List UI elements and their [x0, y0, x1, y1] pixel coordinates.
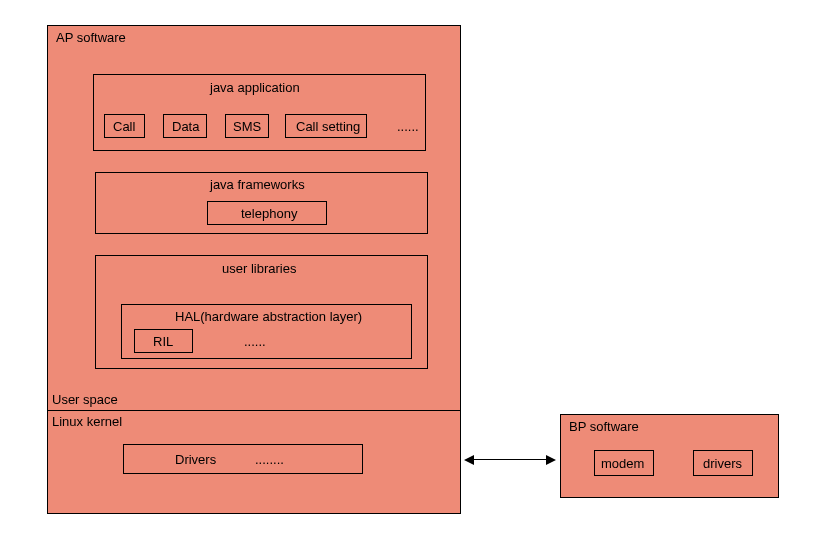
arrow-head-right — [546, 455, 556, 465]
user-space-label: User space — [52, 392, 118, 407]
ap-software-label: AP software — [56, 30, 126, 45]
hal-more: ...... — [244, 334, 266, 349]
linux-kernel-label: Linux kernel — [52, 414, 122, 429]
java-app-item-label: Call setting — [296, 119, 360, 134]
telephony-label: telephony — [241, 206, 297, 221]
arrow-line — [473, 459, 547, 460]
ril-label: RIL — [153, 334, 173, 349]
bp-software-title: BP software — [569, 419, 639, 434]
drivers-label: Drivers — [175, 452, 216, 467]
hal-title: HAL(hardware abstraction layer) — [175, 309, 362, 324]
kernel-divider — [47, 410, 461, 411]
java-app-item-label: Call — [113, 119, 135, 134]
drivers-box — [123, 444, 363, 474]
drivers-more: ........ — [255, 452, 284, 467]
java-app-item-label: Data — [172, 119, 199, 134]
arrow-head-left — [464, 455, 474, 465]
java-frameworks-title: java frameworks — [210, 177, 305, 192]
bp-item-label: modem — [601, 456, 644, 471]
bp-item-label: drivers — [703, 456, 742, 471]
java-app-more: ...... — [397, 119, 419, 134]
java-app-item-label: SMS — [233, 119, 261, 134]
java-application-title: java application — [210, 80, 300, 95]
user-libraries-title: user libraries — [222, 261, 296, 276]
